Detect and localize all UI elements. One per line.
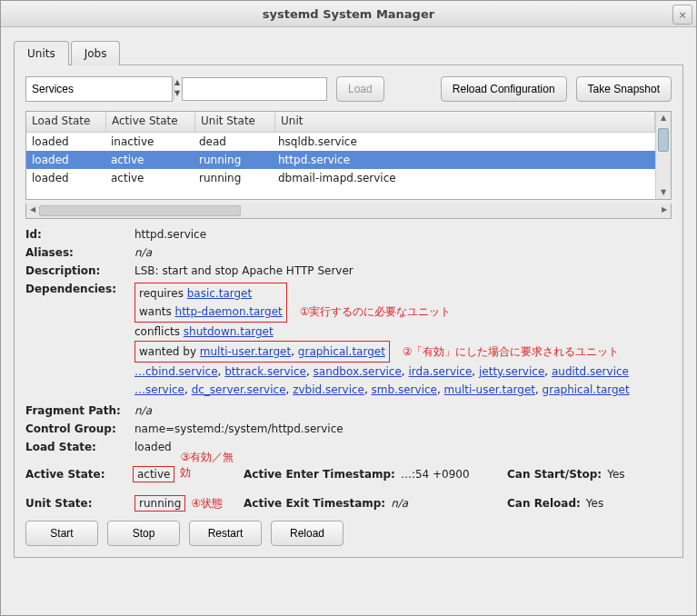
annotation-1: ①実行するのに必要なユニット xyxy=(300,305,452,318)
cell: loaded xyxy=(26,135,105,148)
window-title: systemd System Manager xyxy=(263,7,434,21)
value-can-startstop: Yes xyxy=(607,468,624,481)
link-dep[interactable]: dc_server.service xyxy=(192,383,286,396)
label-fragment-path: Fragment Path: xyxy=(25,404,134,417)
filter-combo[interactable]: ▲ ▼ xyxy=(25,76,173,102)
label-dependencies: Dependencies: xyxy=(25,283,134,295)
link-dep[interactable]: graphical.target xyxy=(543,383,630,396)
cell: inactive xyxy=(105,135,194,148)
annotation-box-1: requires basic.target wants http-daemon.… xyxy=(134,283,287,323)
reload-config-button[interactable]: Reload Configuration xyxy=(441,76,567,102)
search-input[interactable] xyxy=(182,77,327,101)
col-active-state[interactable]: Active State xyxy=(106,112,195,132)
label-active-enter: Active Enter Timestamp: xyxy=(244,468,395,481)
table-row[interactable]: loadedactiverunningdbmail-imapd.service xyxy=(26,169,655,187)
link-dep[interactable]: sandbox.service xyxy=(314,365,402,378)
link-dep[interactable]: auditd.service xyxy=(552,365,629,378)
link-dep[interactable]: irda.service xyxy=(409,365,473,378)
link-http-daemon-target[interactable]: http-daemon.target xyxy=(175,305,283,318)
cell: dead xyxy=(194,135,273,148)
value-active-state: active xyxy=(133,466,174,482)
scroll-down-icon[interactable]: ▼ xyxy=(656,186,671,199)
stop-button[interactable]: Stop xyxy=(107,521,180,546)
toolbar: ▲ ▼ Load Reload Configuration Take Snaps… xyxy=(25,76,672,102)
tab-bar: Units Jobs xyxy=(14,40,683,65)
label-unit-state: Unit State: xyxy=(25,497,134,510)
label-can-reload: Can Reload: xyxy=(507,497,581,510)
table-row[interactable]: loadedinactivedeadhsqldb.service xyxy=(26,133,655,151)
tab-units[interactable]: Units xyxy=(14,41,69,65)
value-active-enter: …:54 +0900 xyxy=(401,468,470,481)
link-dep[interactable]: cbind.service xyxy=(145,365,218,378)
annotation-3: ③有効／無効 xyxy=(180,450,244,481)
link-graphical-target[interactable]: graphical.target xyxy=(298,345,385,358)
link-basic-target[interactable]: basic.target xyxy=(187,287,252,300)
label-description: Description: xyxy=(25,264,134,277)
cell: running xyxy=(194,172,273,184)
col-unit-state[interactable]: Unit State xyxy=(195,112,275,132)
label-aliases: Aliases: xyxy=(25,246,134,259)
unit-table: Load State Active State Unit State Unit … xyxy=(25,111,672,200)
label-active-state: Active State: xyxy=(25,468,133,481)
scroll-left-icon[interactable]: ◀ xyxy=(26,204,39,218)
label-id: Id: xyxy=(25,228,134,241)
chevron-down-icon[interactable]: ▼ xyxy=(174,89,180,100)
scroll-thumb[interactable] xyxy=(658,128,669,152)
cell: loaded xyxy=(26,154,105,166)
value-dependencies: requires basic.target wants http-daemon.… xyxy=(134,283,672,399)
tab-panel: ▲ ▼ Load Reload Configuration Take Snaps… xyxy=(14,65,683,558)
value-unit-state: running xyxy=(134,495,185,512)
annotation-2: ②「有効」にした場合に要求されるユニット xyxy=(403,345,620,358)
annotation-4: ④状態 xyxy=(191,496,223,512)
label-active-exit: Active Exit Timestamp: xyxy=(244,497,385,510)
col-load-state[interactable]: Load State xyxy=(26,112,106,132)
cell: active xyxy=(105,172,194,184)
link-dep[interactable]: smb.service xyxy=(372,383,437,396)
action-buttons: Start Stop Restart Reload xyxy=(25,521,672,546)
annotation-box-2: wanted by multi-user.target, graphical.t… xyxy=(134,341,390,363)
scroll-up-icon[interactable]: ▲ xyxy=(656,112,671,124)
value-can-reload: Yes xyxy=(586,497,603,510)
cell: loaded xyxy=(26,172,105,184)
value-active-exit: n/a xyxy=(391,497,408,510)
link-dep[interactable]: bttrack.service xyxy=(224,365,306,378)
link-dep[interactable]: multi-user.target xyxy=(444,383,535,396)
table-row[interactable]: loadedactiverunninghttpd.service xyxy=(26,151,655,169)
start-button[interactable]: Start xyxy=(25,521,98,546)
cell: dbmail-imapd.service xyxy=(273,172,655,184)
horizontal-scrollbar[interactable]: ◀ ▶ xyxy=(25,204,672,219)
take-snapshot-button[interactable]: Take Snapshot xyxy=(576,76,672,102)
value-fragment-path: n/a xyxy=(134,404,672,417)
tab-jobs[interactable]: Jobs xyxy=(71,41,121,65)
value-control-group: name=systemd:/system/httpd.service xyxy=(134,422,672,435)
load-button[interactable]: Load xyxy=(336,76,384,102)
cell: httpd.service xyxy=(273,154,655,166)
scroll-right-icon[interactable]: ▶ xyxy=(658,204,671,218)
col-unit[interactable]: Unit xyxy=(275,112,655,132)
vertical-scrollbar[interactable]: ▲ ▼ xyxy=(655,112,671,199)
label-load-state: Load State: xyxy=(25,441,134,453)
close-icon[interactable]: × xyxy=(672,5,692,25)
value-aliases: n/a xyxy=(134,246,672,259)
cell: active xyxy=(105,154,194,166)
hscroll-thumb[interactable] xyxy=(39,205,241,216)
cell: hsqldb.service xyxy=(273,135,655,148)
link-dep[interactable]: zvbid.service xyxy=(293,383,364,396)
detail-panel: Id: httpd.service Aliases: n/a Descripti… xyxy=(25,228,672,512)
chevron-up-icon[interactable]: ▲ xyxy=(174,78,180,89)
link-more[interactable]: … xyxy=(134,365,145,378)
link-dep[interactable]: service xyxy=(145,383,184,396)
window: systemd System Manager × Units Jobs ▲ ▼ … xyxy=(0,0,697,616)
label-can-startstop: Can Start/Stop: xyxy=(507,468,602,481)
value-id: httpd.service xyxy=(134,228,672,241)
cell: running xyxy=(194,154,273,166)
link-shutdown-target[interactable]: shutdown.target xyxy=(184,325,274,338)
titlebar: systemd System Manager × xyxy=(1,1,696,27)
filter-input[interactable] xyxy=(26,79,174,99)
reload-button[interactable]: Reload xyxy=(271,521,344,546)
link-dep[interactable]: jetty.service xyxy=(479,365,544,378)
link-multi-user-target[interactable]: multi-user.target xyxy=(200,345,291,358)
value-description: LSB: start and stop Apache HTTP Server xyxy=(134,264,672,277)
restart-button[interactable]: Restart xyxy=(189,521,262,546)
link-more[interactable]: … xyxy=(134,383,145,396)
